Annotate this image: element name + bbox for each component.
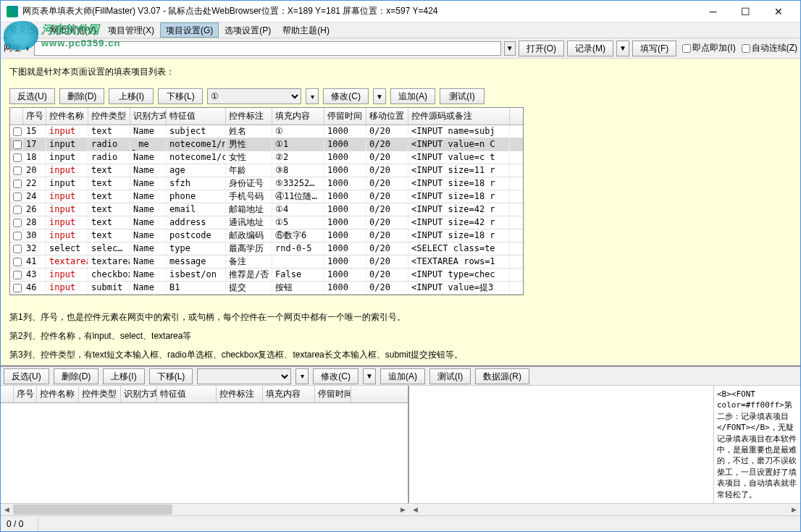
menubar: 登录(S) 网页浏览(V) 项目管理(X) 项目设置(G) 选项设置(P) 帮助…: [1, 22, 800, 38]
table-row[interactable]: 20inputtextNameage年龄③810000/20<INPUT siz…: [10, 164, 523, 177]
lower-invert-button[interactable]: 反选(U): [4, 368, 49, 384]
l-col-check[interactable]: [1, 386, 14, 402]
delete-button[interactable]: 删除(D): [59, 88, 105, 104]
l-col-index[interactable]: 序号: [14, 386, 37, 402]
lower-modify-button[interactable]: 修改(C): [313, 368, 358, 384]
col-stay[interactable]: 停留时间: [324, 108, 366, 124]
menu-browse[interactable]: 网页浏览(V): [44, 22, 102, 38]
invert-button[interactable]: 反选(U): [9, 88, 55, 104]
table-row[interactable]: 18inputradioNamenotecome1/c女性②210000/20<…: [10, 151, 523, 164]
col-mode[interactable]: 识别方式: [130, 108, 167, 124]
menu-project-settings[interactable]: 项目设置(G): [160, 22, 219, 38]
url-input[interactable]: [34, 41, 501, 56]
lower-delete-button[interactable]: 删除(D): [54, 368, 99, 384]
record-dropdown[interactable]: ▼: [616, 41, 629, 56]
modify-button[interactable]: 修改(C): [323, 88, 369, 104]
auto-continue-checkbox[interactable]: 自动连续(Z): [742, 42, 797, 54]
lower-test-button[interactable]: 测试(I): [429, 368, 471, 384]
url-toolbar: 网址 ▼ ▼ 打开(O) 记录(M) ▼ 填写(F) 即点即加(I) 自动连续(…: [1, 38, 800, 59]
menu-project-manage[interactable]: 项目管理(X): [102, 22, 160, 38]
lower-toolbar: 反选(U) 删除(D) 上移(I) 下移(L) ▾ 修改(C) ▼ 追加(A) …: [1, 367, 800, 386]
lower-append-button[interactable]: 追加(A): [380, 368, 425, 384]
col-index[interactable]: 序号: [23, 108, 46, 124]
table-row[interactable]: 43inputcheckboxNameisbest/on推荐是/否False10…: [10, 269, 523, 282]
lower-moveup-button[interactable]: 上移(I): [103, 368, 144, 384]
app-window: 河东软件园 www.pc0359.cn 网页表单填表大师(FillMaster)…: [0, 0, 801, 532]
statusbar: 0 / 0: [1, 515, 800, 531]
grid-body: 15inputtextNamesubject姓名①10000/20<INPUT …: [10, 125, 523, 295]
l-col-type[interactable]: 控件类型: [79, 386, 121, 402]
table-row[interactable]: 17inputradio↖ menotecome1/n男性①110000/20<…: [10, 138, 523, 151]
table-row[interactable]: 22inputtextNamesfzh身份证号⑤33252…10000/20<I…: [10, 177, 523, 190]
col-name[interactable]: 控件名称: [46, 108, 88, 124]
main-area: 下图就是针对本页面设置的填表项目列表： 反选(U) 删除(D) 上移(I) 下移…: [1, 59, 800, 515]
close-button[interactable]: ✕: [762, 1, 794, 22]
open-button[interactable]: 打开(O): [519, 41, 564, 56]
table-row[interactable]: 28inputtextNameaddress通讯地址①510000/20<INP…: [10, 216, 523, 229]
col-src[interactable]: 控件源码或备注: [408, 108, 510, 124]
status-separator: [38, 518, 41, 531]
table-row[interactable]: 26inputtextNameemail邮箱地址①410000/20<INPUT…: [10, 203, 523, 216]
combo-step[interactable]: ▾: [306, 88, 319, 104]
url-dropdown-icon[interactable]: ▼: [24, 44, 31, 52]
table-row[interactable]: 24inputtextNamephone手机号码④11位随…10000/20<I…: [10, 190, 523, 203]
l-col-fv[interactable]: 特征值: [157, 386, 217, 402]
col-check[interactable]: [10, 108, 23, 124]
datasource-button[interactable]: 数据源(R): [475, 368, 529, 384]
record-button[interactable]: 记录(M): [567, 41, 613, 56]
scroll-left-icon[interactable]: ◀: [1, 504, 13, 515]
note-2: 第2列、控件名称，有input、select、textarea等: [9, 327, 792, 345]
table-row[interactable]: 30inputtextNamepostcode邮政编码⑥数字610000/20<…: [10, 229, 523, 242]
window-title: 网页表单填表大师(FillMaster) V3.07 - 鼠标点击处WebBro…: [22, 5, 697, 17]
movedown-button[interactable]: 下移(L): [158, 88, 203, 104]
grid-header: 序号 控件名称 控件类型 识别方式 特征值 控件标注 填充内容 停留时间 移动位…: [10, 108, 523, 125]
table-row[interactable]: 32selectselec…Nametype最高学历rnd-0-510000/2…: [10, 242, 523, 256]
lower-grid-header: 序号 控件名称 控件类型 识别方式 特征值 控件标注 填充内容 停留时间: [1, 386, 408, 403]
lower-right-scrollbar[interactable]: ◀ ▶: [409, 503, 800, 515]
note-3: 第3列、控件类型，有text短文本输入框、radio单选框、checkbox复选…: [9, 346, 792, 363]
settings-panel: 下图就是针对本页面设置的填表项目列表： 反选(U) 删除(D) 上移(I) 下移…: [1, 59, 800, 366]
l-col-label[interactable]: 控件标注: [217, 386, 263, 402]
menu-login[interactable]: 登录(S): [4, 22, 44, 38]
maximize-button[interactable]: ☐: [729, 1, 762, 22]
modify-dropdown[interactable]: ▼: [373, 88, 386, 104]
l-col-name[interactable]: 控件名称: [37, 386, 79, 402]
status-count: 0 / 0: [7, 519, 23, 529]
l-col-fill[interactable]: 填充内容: [263, 386, 315, 402]
col-label[interactable]: 控件标注: [226, 108, 272, 124]
items-grid: 序号 控件名称 控件类型 识别方式 特征值 控件标注 填充内容 停留时间 移动位…: [9, 107, 524, 295]
test-button[interactable]: 测试(I): [440, 88, 485, 104]
preview-area: [409, 386, 713, 503]
column-notes: 第1列、序号，也是控件元素在网页中的索引，或句柄，每个控件在一个网页中都有一个唯…: [9, 308, 792, 366]
table-row[interactable]: 15inputtextNamesubject姓名①10000/20<INPUT …: [10, 125, 523, 138]
menu-options[interactable]: 选项设置(P): [219, 22, 277, 38]
lower-movedown-button[interactable]: 下移(L): [149, 368, 193, 384]
scroll-right-icon[interactable]: ▶: [397, 504, 409, 515]
fill-button[interactable]: 填写(F): [632, 41, 676, 56]
lower-combo[interactable]: [197, 368, 291, 384]
table-row[interactable]: 46inputsubmitNameB1提交按钮10000/20<INPUT va…: [10, 282, 523, 295]
append-button[interactable]: 追加(A): [390, 88, 435, 104]
table-row[interactable]: 41textareatextareaNamemessage备注10000/20<…: [10, 256, 523, 269]
moveup-button[interactable]: 上移(I): [109, 88, 154, 104]
l-col-stay[interactable]: 停留时间: [315, 386, 351, 402]
lower-grid-panel: 序号 控件名称 控件类型 识别方式 特征值 控件标注 填充内容 停留时间: [1, 386, 409, 503]
upper-button-row: 反选(U) 删除(D) 上移(I) 下移(L) ① ▾ 修改(C) ▼ 追加(A…: [9, 88, 792, 104]
lower-left-scrollbar[interactable]: ◀ ▶: [1, 503, 409, 515]
col-fill[interactable]: 填充内容: [272, 108, 324, 124]
l-col-mode[interactable]: 识别方式: [121, 386, 157, 402]
url-combo-arrow[interactable]: ▼: [504, 41, 516, 56]
fill-combo[interactable]: ①: [207, 88, 301, 104]
app-icon: [7, 6, 18, 17]
menu-help[interactable]: 帮助主题(H): [277, 22, 335, 38]
col-move[interactable]: 移动位置: [366, 108, 408, 124]
col-fv[interactable]: 特征值: [167, 108, 226, 124]
lower-combo-step[interactable]: ▾: [295, 368, 309, 384]
col-type[interactable]: 控件类型: [88, 108, 130, 124]
scroll-thumb[interactable]: [13, 504, 172, 515]
minimize-button[interactable]: ─: [697, 1, 729, 22]
instant-add-checkbox[interactable]: 即点即加(I): [682, 42, 735, 54]
titlebar: 网页表单填表大师(FillMaster) V3.07 - 鼠标点击处WebBro…: [1, 1, 800, 22]
lower-modify-dropdown[interactable]: ▼: [363, 368, 376, 384]
url-label: 网址: [4, 42, 21, 54]
